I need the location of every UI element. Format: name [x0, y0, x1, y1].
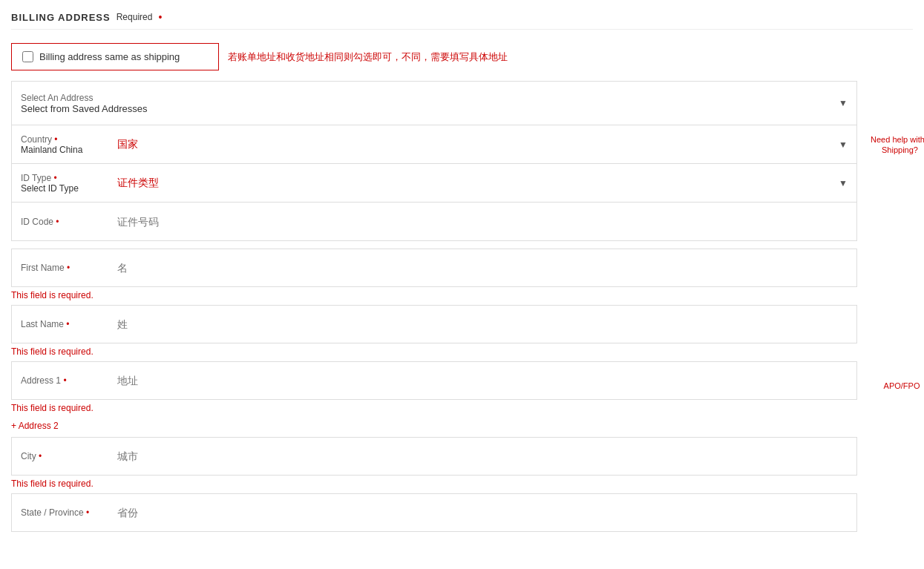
add-address2-link[interactable]: + Address 2 — [11, 418, 59, 437]
first-name-label-col: First Name • — [12, 257, 108, 279]
last-name-error: This field is required. — [11, 343, 857, 361]
id-code-label: ID Code • — [21, 217, 99, 227]
id-type-label: ID Type • — [21, 173, 99, 183]
same-as-shipping-checkbox[interactable] — [22, 51, 33, 62]
same-as-shipping-container: Billing address same as shipping — [11, 43, 219, 70]
first-name-input[interactable] — [117, 262, 848, 274]
id-code-label-col: ID Code • — [12, 211, 108, 233]
country-input-col: 国家 — [108, 132, 856, 157]
address1-input[interactable] — [117, 375, 848, 387]
required-dot: • — [158, 11, 162, 23]
saved-address-line2: Select from Saved Addresses — [21, 103, 827, 114]
id-type-input-col: 证件类型 — [108, 171, 856, 196]
id-code-required-dot: • — [56, 217, 59, 227]
id-code-input-col[interactable] — [108, 210, 856, 234]
city-required-dot: • — [39, 451, 42, 461]
checkbox-hint: 若账单地址和收货地址相同则勾选即可，不同，需要填写具体地址 — [228, 50, 508, 64]
first-name-input-col[interactable] — [108, 256, 856, 280]
last-name-label: Last Name • — [21, 319, 99, 329]
first-name-field-row[interactable]: First Name • — [11, 249, 857, 287]
first-name-wrapper: First Name • This field is required. — [11, 249, 857, 305]
apo-fpo-link[interactable]: APO/FPO — [868, 381, 924, 391]
required-label: Required — [117, 12, 153, 22]
id-type-select-label: Select ID Type — [21, 183, 99, 194]
city-label-col: City • — [12, 445, 108, 467]
first-name-required-dot: • — [67, 263, 70, 273]
need-help-link[interactable]: Need help with I Shipping? — [865, 134, 924, 156]
state-label: State / Province • — [21, 507, 99, 518]
country-placeholder: 国家 — [117, 138, 138, 151]
country-arrow: ▼ — [839, 139, 848, 150]
id-code-input[interactable] — [117, 216, 848, 228]
first-name-label: First Name • — [21, 263, 99, 273]
billing-form: Billing address same as shipping 若账单地址和收… — [11, 43, 857, 532]
saved-address-arrow: ▼ — [839, 98, 848, 108]
country-required-dot: • — [54, 134, 57, 145]
state-input-col[interactable] — [108, 501, 856, 524]
country-field-row[interactable]: Country • Mainland China 国家 ▼ — [11, 125, 857, 164]
last-name-wrapper: Last Name • This field is required. — [11, 305, 857, 361]
same-as-shipping-label[interactable]: Billing address same as shipping — [39, 51, 180, 62]
state-required-dot: • — [86, 507, 89, 518]
state-label-col: State / Province • — [12, 501, 108, 524]
address1-input-col[interactable] — [108, 369, 856, 392]
country-value: Mainland China — [21, 145, 99, 155]
id-type-arrow: ▼ — [839, 178, 848, 188]
city-label: City • — [21, 451, 99, 461]
last-name-required-dot: • — [66, 319, 69, 329]
last-name-input[interactable] — [117, 318, 848, 330]
city-field-row[interactable]: City • — [11, 437, 857, 476]
state-input[interactable] — [117, 507, 848, 519]
address1-wrapper: Address 1 • APO/FPO This field is requir… — [11, 361, 857, 437]
id-type-required-dot: • — [53, 173, 56, 183]
id-type-label-col: ID Type • Select ID Type — [12, 167, 108, 200]
page-title: BILLING ADDRESS — [11, 12, 111, 23]
state-field-row[interactable]: State / Province • — [11, 493, 857, 532]
saved-address-line1: Select An Address — [21, 93, 827, 103]
last-name-field-row[interactable]: Last Name • — [11, 305, 857, 343]
page-header: BILLING ADDRESS Required • — [11, 11, 913, 30]
country-wrapper: Country • Mainland China 国家 ▼ Need help … — [11, 125, 857, 164]
state-wrapper: State / Province • — [11, 493, 857, 532]
id-code-field-row[interactable]: ID Code • — [11, 203, 857, 241]
id-type-field-row[interactable]: ID Type • Select ID Type 证件类型 ▼ — [11, 164, 857, 203]
address1-label-col: Address 1 • — [12, 369, 108, 392]
city-wrapper: City • This field is required. — [11, 437, 857, 493]
city-error: This field is required. — [11, 476, 857, 493]
country-label: Country • — [21, 134, 99, 145]
saved-address-dropdown[interactable]: Select An Address Select from Saved Addr… — [11, 81, 857, 125]
saved-address-inner: Select An Address Select from Saved Addr… — [12, 87, 856, 120]
city-input-col[interactable] — [108, 444, 856, 468]
address1-error: This field is required. — [11, 400, 857, 418]
first-name-error: This field is required. — [11, 287, 857, 305]
last-name-label-col: Last Name • — [12, 313, 108, 335]
id-type-placeholder: 证件类型 — [117, 177, 159, 190]
address1-label: Address 1 • — [21, 375, 99, 386]
checkbox-row: Billing address same as shipping 若账单地址和收… — [11, 43, 857, 70]
address1-field-row[interactable]: Address 1 • — [11, 361, 857, 400]
country-label-col: Country • Mainland China — [12, 128, 108, 161]
address1-required-dot: • — [63, 375, 66, 386]
city-input[interactable] — [117, 450, 848, 462]
last-name-input-col[interactable] — [108, 312, 856, 336]
